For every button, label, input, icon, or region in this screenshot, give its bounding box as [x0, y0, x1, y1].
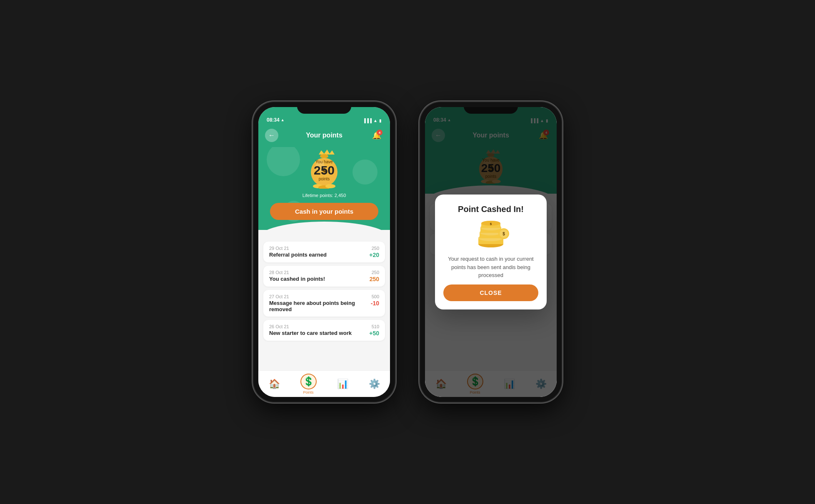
trans-right-2: 500 -10	[371, 294, 379, 307]
modal-body-text: Your request to cash in your current poi…	[443, 255, 539, 279]
trans-desc-3: New starter to care started work	[269, 330, 352, 336]
modal-overlay-2[interactable]: Point Cashed In!	[425, 107, 557, 397]
trans-left-3: 26 Oct 21 New starter to care started wo…	[269, 324, 352, 336]
notification-button-1[interactable]: 🔔 4	[370, 129, 383, 142]
home-icon-1: 🏠	[269, 379, 280, 389]
hero-section-1: $ You have 250 points	[258, 147, 390, 230]
back-arrow-icon-1: ←	[268, 132, 275, 139]
trans-right-1: 250 250	[370, 270, 379, 282]
coins-svg: $ $	[472, 219, 510, 248]
trans-desc-2: Message here about points being removed	[269, 300, 371, 312]
screen-1: 08:34 ▲ ▐▐▐ ▲ ▮ ← Your points 🔔 4	[258, 107, 390, 397]
notch-1	[297, 102, 351, 114]
money-bag-container-1: $ You have 250 points	[305, 147, 343, 190]
trans-balance-0: 250	[369, 246, 379, 251]
location-icon: ▲	[281, 118, 285, 122]
trans-right-0: 250 +20	[369, 246, 379, 258]
trans-date-2: 27 Oct 21	[269, 294, 371, 299]
trans-desc-0: Referral points earned	[269, 252, 327, 258]
nav-points-label-1: Points	[303, 390, 313, 394]
trans-right-3: 510 +50	[369, 324, 379, 337]
bottom-nav-1: 🏠 💲 Points 📊 ⚙️	[258, 370, 390, 397]
phone-frame-1: 08:34 ▲ ▐▐▐ ▲ ▮ ← Your points 🔔 4	[253, 102, 395, 402]
trans-balance-2: 500	[371, 294, 379, 299]
nav-stats-1[interactable]: 📊	[337, 379, 348, 389]
phone-frame-2: 08:34 ▲ ▐▐▐ ▲ ▮ ← Your points	[420, 102, 562, 402]
back-button-1[interactable]: ←	[265, 129, 278, 142]
trans-change-2: -10	[371, 300, 379, 307]
svg-text:$: $	[490, 222, 492, 226]
trans-date-0: 29 Oct 21	[269, 246, 327, 251]
trans-balance-1: 250	[370, 270, 379, 275]
trans-change-1: 250	[370, 276, 379, 282]
settings-icon-1: ⚙️	[369, 379, 380, 389]
header-title-1: Your points	[306, 132, 342, 139]
modal-close-button[interactable]: CLOSE	[443, 284, 539, 301]
trans-change-0: +20	[369, 252, 379, 258]
svg-point-7	[325, 184, 335, 188]
phone-2: 08:34 ▲ ▐▐▐ ▲ ▮ ← Your points	[420, 102, 562, 402]
nav-settings-1[interactable]: ⚙️	[369, 379, 380, 389]
trans-left-2: 27 Oct 21 Message here about points bein…	[269, 294, 371, 312]
money-bag-graphic-1: $ You have 250 points	[305, 147, 343, 190]
screen-2: 08:34 ▲ ▐▐▐ ▲ ▮ ← Your points	[425, 107, 557, 397]
transaction-row-3: 26 Oct 21 New starter to care started wo…	[263, 320, 385, 341]
svg-text:$: $	[502, 232, 505, 236]
trans-left-1: 28 Oct 21 You cashed in points!	[269, 270, 325, 282]
trans-left-0: 29 Oct 21 Referral points earned	[269, 246, 327, 258]
phone-1: 08:34 ▲ ▐▐▐ ▲ ▮ ← Your points 🔔 4	[253, 102, 395, 402]
trans-date-1: 28 Oct 21	[269, 270, 325, 275]
svg-marker-0	[319, 150, 335, 155]
transaction-row-2: 27 Oct 21 Message here about points bein…	[263, 290, 385, 317]
modal-card-2: Point Cashed In!	[435, 195, 547, 309]
signal-icon-1: ▐▐▐	[363, 118, 372, 123]
transaction-list-1[interactable]: 29 Oct 21 Referral points earned 250 +20…	[258, 230, 390, 370]
nav-points-1[interactable]: 💲 Points	[300, 374, 317, 394]
trans-change-3: +50	[369, 330, 379, 337]
svg-point-1	[320, 154, 328, 158]
lifetime-text-1: Lifetime points: 2,450	[302, 193, 346, 198]
points-icon-1: 💲	[300, 374, 317, 389]
points-overlay-1: You have 250 points	[314, 160, 335, 181]
status-icons-1: ▐▐▐ ▲ ▮	[363, 118, 382, 123]
nav-home-1[interactable]: 🏠	[269, 379, 280, 389]
transaction-row-1: 28 Oct 21 You cashed in points! 250 250	[263, 266, 385, 287]
trans-balance-3: 510	[369, 324, 379, 329]
status-time-1: 08:34 ▲	[267, 117, 285, 123]
transaction-row-0: 29 Oct 21 Referral points earned 250 +20	[263, 242, 385, 262]
app-header-1: ← Your points 🔔 4	[258, 125, 390, 147]
modal-title-2: Point Cashed In!	[458, 205, 524, 214]
trans-date-3: 26 Oct 21	[269, 324, 352, 329]
wifi-icon-1: ▲	[373, 118, 378, 123]
trans-desc-1: You cashed in points!	[269, 276, 325, 282]
stats-icon-1: 📊	[337, 379, 348, 389]
modal-coins-graphic: $ $	[472, 219, 510, 250]
notif-badge-1: 4	[377, 130, 382, 135]
battery-icon-1: ▮	[379, 118, 382, 123]
cash-in-button-1[interactable]: Cash in your points	[270, 203, 378, 220]
